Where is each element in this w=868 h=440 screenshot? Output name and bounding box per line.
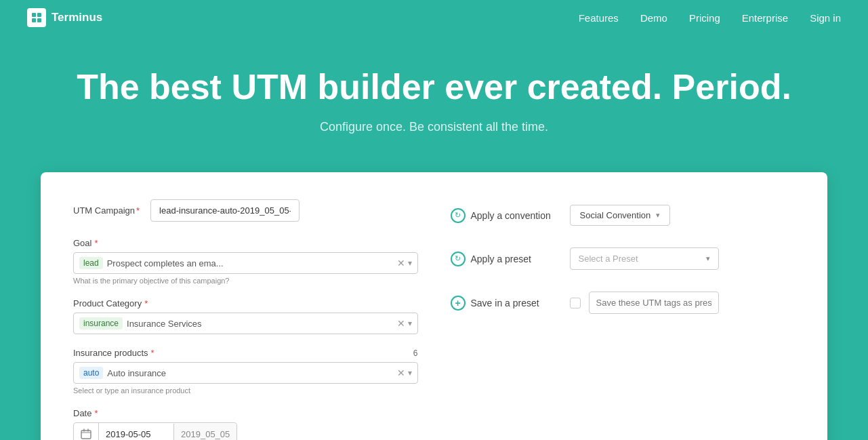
nav-pricing[interactable]: Pricing [689, 12, 720, 24]
utm-campaign-row: UTM Campaign* [73, 199, 418, 222]
utm-builder-card: UTM Campaign* Goal* lead Prospect comple… [41, 172, 827, 440]
insurance-products-clear-icon[interactable]: ✕ [397, 367, 405, 378]
nav-features[interactable]: Features [579, 12, 619, 24]
date-row: 2019_05_05 [73, 422, 237, 440]
convention-chevron-icon: ▾ [656, 211, 660, 220]
insurance-products-value: Auto insurance [107, 368, 396, 378]
product-category-controls: ✕ ▾ [397, 318, 412, 329]
insurance-products-tag: auto [79, 367, 103, 379]
convention-dropdown-button[interactable]: Social Convention ▾ [570, 205, 671, 226]
apply-preset-label: ↻ Apply a preset [451, 252, 559, 266]
logo[interactable]: Terminus [27, 8, 102, 27]
insurance-products-group: Insurance products* 6 auto Auto insuranc… [73, 348, 418, 395]
save-preset-icon [451, 296, 466, 311]
preset-chevron-icon: ▾ [706, 254, 710, 263]
logo-text: Terminus [51, 11, 102, 24]
product-category-group: Product Category* insurance Insurance Se… [73, 298, 418, 334]
save-preset-controls [570, 292, 719, 314]
hero-heading: The best UTM builder ever created. Perio… [14, 68, 854, 106]
goal-hint: What is the primary objective of this ca… [73, 277, 418, 285]
utm-campaign-input[interactable] [150, 199, 299, 222]
nav-links: Features Demo Pricing Enterprise Sign in [579, 12, 841, 24]
date-formatted: 2019_05_05 [173, 424, 236, 440]
nav-enterprise[interactable]: Enterprise [742, 12, 788, 24]
goal-select[interactable]: lead Prospect completes an ema... ✕ ▾ [73, 252, 418, 274]
apply-preset-row: ↻ Apply a preset Select a Preset ▾ [451, 247, 795, 270]
product-category-clear-icon[interactable]: ✕ [397, 318, 405, 329]
nav-signin[interactable]: Sign in [810, 12, 841, 24]
product-category-select[interactable]: insurance Insurance Services ✕ ▾ [73, 313, 418, 334]
convention-icon: ↻ [451, 208, 466, 223]
insurance-products-label: Insurance products* 6 [73, 348, 418, 358]
goal-group: Goal* lead Prospect completes an ema... … [73, 238, 418, 285]
insurance-products-chevron-icon[interactable]: ▾ [408, 368, 412, 378]
card-wrapper: UTM Campaign* Goal* lead Prospect comple… [0, 172, 868, 440]
save-preset-checkbox[interactable] [570, 298, 581, 308]
svg-rect-1 [37, 13, 41, 17]
goal-controls: ✕ ▾ [397, 258, 412, 268]
date-label: Date* [73, 408, 418, 418]
save-preset-row: Save in a preset [451, 292, 795, 314]
calendar-icon [74, 423, 99, 440]
insurance-products-controls: ✕ ▾ [397, 367, 412, 378]
right-column: ↻ Apply a convention Social Convention ▾… [451, 199, 795, 440]
apply-convention-row: ↻ Apply a convention Social Convention ▾ [451, 205, 795, 226]
svg-rect-0 [32, 13, 36, 17]
insurance-products-select[interactable]: auto Auto insurance ✕ ▾ [73, 362, 418, 384]
goal-chevron-icon[interactable]: ▾ [408, 258, 412, 268]
hero-subheading: Configure once. Be consistent all the ti… [14, 120, 854, 134]
goal-clear-icon[interactable]: ✕ [397, 258, 405, 268]
left-column: UTM Campaign* Goal* lead Prospect comple… [73, 199, 418, 440]
preset-select-placeholder: Select a Preset [579, 254, 638, 264]
goal-value: Prospect completes an ema... [107, 258, 397, 268]
goal-tag: lead [79, 257, 103, 269]
save-preset-input[interactable] [589, 292, 719, 314]
convention-value: Social Convention [580, 210, 651, 220]
product-category-tag: insurance [79, 317, 123, 329]
nav-demo[interactable]: Demo [640, 12, 667, 24]
svg-rect-4 [81, 431, 91, 439]
card-inner: UTM Campaign* Goal* lead Prospect comple… [73, 199, 795, 440]
utm-campaign-required: * [136, 205, 140, 216]
date-input[interactable] [99, 424, 173, 440]
hero-section: The best UTM builder ever created. Perio… [0, 35, 868, 172]
navbar: Terminus Features Demo Pricing Enterpris… [0, 0, 868, 35]
utm-campaign-label: UTM Campaign* [73, 205, 140, 216]
product-category-chevron-icon[interactable]: ▾ [408, 319, 412, 328]
product-category-value: Insurance Services [127, 319, 396, 329]
logo-icon [27, 8, 46, 27]
insurance-products-hint: Select or type an insurance product [73, 386, 418, 395]
insurance-products-count: 6 [413, 348, 418, 358]
preset-select-dropdown[interactable]: Select a Preset ▾ [570, 247, 719, 270]
product-category-label: Product Category* [73, 298, 418, 308]
apply-convention-label: ↻ Apply a convention [451, 208, 559, 223]
svg-rect-2 [32, 18, 36, 22]
goal-label: Goal* [73, 238, 418, 248]
date-group: Date* 2019_05_05 [73, 408, 418, 440]
preset-apply-icon: ↻ [451, 252, 466, 266]
svg-rect-3 [37, 18, 41, 22]
save-preset-label: Save in a preset [451, 296, 559, 311]
